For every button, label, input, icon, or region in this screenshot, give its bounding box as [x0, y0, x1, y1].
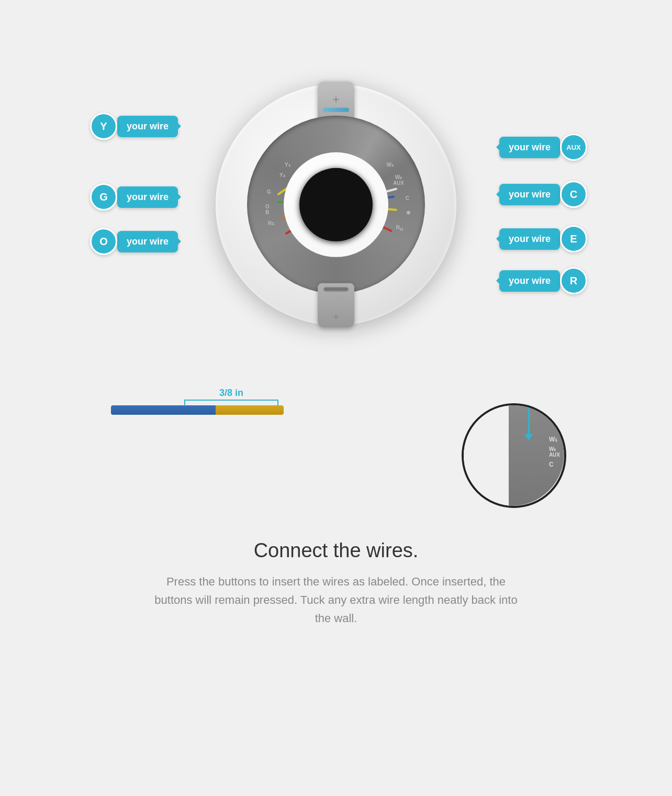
- zoom-circle: W₁ W₂AUX C: [462, 403, 566, 508]
- callout-pill-C: your wire: [499, 184, 560, 205]
- connector-G: G: [267, 189, 271, 195]
- callout-G: G your wire: [90, 183, 178, 211]
- wire-bars: [111, 405, 284, 415]
- callout-C: C your wire: [499, 181, 587, 208]
- connector-C: C: [406, 195, 409, 201]
- zoom-C-label: C: [549, 461, 560, 468]
- connector-star: ✱: [406, 210, 410, 216]
- callout-badge-C: C: [560, 181, 587, 208]
- callout-pill-R: your wire: [499, 270, 560, 292]
- zoom-white-bg: [464, 405, 514, 506]
- slot-bar: [324, 288, 348, 291]
- callout-pill-O: your wire: [117, 231, 178, 252]
- callout-AUX: AUX your wire: [499, 134, 587, 161]
- blue-bar: [323, 108, 349, 112]
- plus-icon-bottom: +: [333, 310, 340, 324]
- callout-badge-Y: Y: [90, 113, 117, 140]
- connector-Y2: Y₂: [279, 172, 285, 178]
- callout-badge-G: G: [90, 183, 117, 211]
- callout-pill-AUX: your wire: [499, 137, 560, 158]
- bottom-button: +: [318, 283, 354, 328]
- bottom-text-section: Connect the wires. Press the buttons to …: [153, 539, 519, 628]
- zoom-grey-panel: W₁ W₂AUX C: [509, 405, 564, 506]
- zoom-W2AUX-label: W₂AUX: [549, 446, 560, 458]
- wire-strip-area: 3/8 in: [106, 403, 284, 415]
- callout-E: E your wire: [499, 225, 587, 252]
- callout-pill-E: your wire: [499, 228, 560, 250]
- connector-Y1: Y₁: [285, 162, 290, 168]
- connector-Rc: Rc: [268, 220, 275, 226]
- callout-badge-AUX: AUX: [560, 134, 587, 161]
- wire-stripped: [216, 405, 284, 415]
- plus-icon: +: [332, 93, 340, 106]
- callout-badge-R: R: [560, 267, 587, 294]
- connector-RH: RH: [396, 225, 403, 232]
- callout-O: O your wire: [90, 228, 178, 255]
- callout-badge-O: O: [90, 228, 117, 255]
- callout-badge-E: E: [560, 225, 587, 252]
- wire-insulation: [111, 405, 216, 415]
- wire-strip-section: 3/8 in W₁ W₂AUX C: [74, 403, 598, 508]
- callout-R: R your wire: [499, 267, 587, 294]
- connector-W1: W₁: [387, 162, 394, 168]
- callout-pill-Y: your wire: [117, 116, 178, 137]
- strip-measurement-label: 3/8 in: [184, 388, 278, 399]
- thermostat-body: +: [216, 84, 456, 325]
- callout-Y: Y your wire: [90, 113, 178, 140]
- thermostat-center-hole: [299, 168, 373, 241]
- zoom-W1-label: W₁: [549, 436, 560, 443]
- bottom-description: Press the buttons to insert the wires as…: [153, 572, 519, 628]
- connector-OB: OB: [265, 204, 270, 215]
- callout-pill-G: your wire: [117, 186, 178, 208]
- thermostat-diagram: +: [74, 31, 598, 388]
- bottom-title: Connect the wires.: [153, 539, 519, 562]
- connector-W2AUX: W₂AUX: [393, 174, 404, 186]
